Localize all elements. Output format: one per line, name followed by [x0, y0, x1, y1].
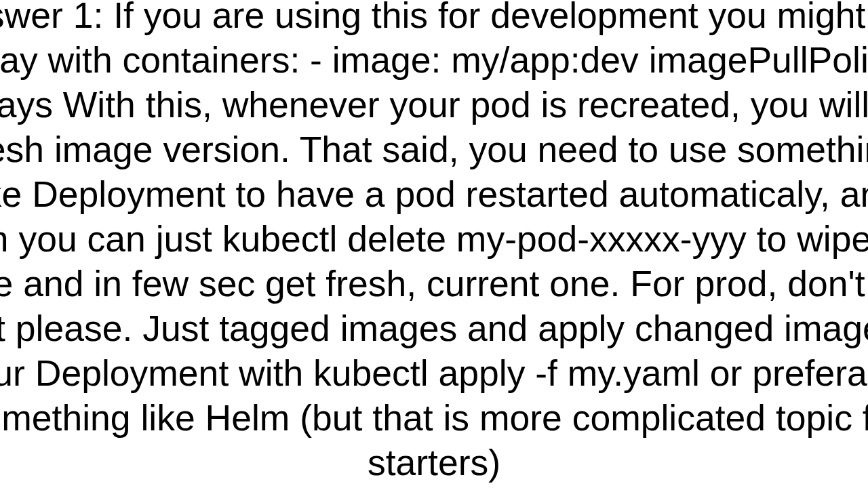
- document-viewport: Answer 1: If you are using this for deve…: [0, 0, 868, 488]
- answer-body-text: Answer 1: If you are using this for deve…: [0, 0, 868, 485]
